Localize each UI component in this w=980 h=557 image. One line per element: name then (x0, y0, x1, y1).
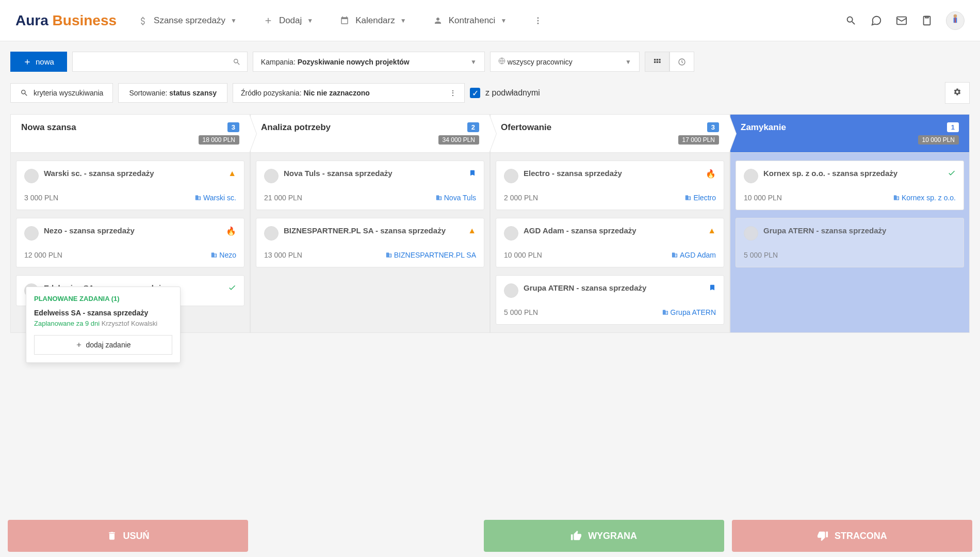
user-avatar[interactable] (946, 11, 965, 30)
task-popup: PLANOWANE ZADANIA (1) Edelweiss SA - sza… (26, 287, 181, 333)
opportunity-card[interactable]: Grupa ATERN - szansa sprzedaży 5 000 PLN… (496, 275, 724, 325)
opportunity-card[interactable]: Warski sc. - szansa sprzedaży ▲ 3 000 PL… (16, 161, 244, 210)
card-company-link[interactable]: Nezo (211, 251, 236, 259)
chevron-down-icon: ▼ (307, 17, 313, 24)
opportunity-card[interactable]: AGD Adam - szansa sprzedaży ▲ 10 000 PLN… (496, 218, 724, 267)
column-header[interactable]: Ofertowanie 3 17 000 PLN (491, 115, 729, 153)
source-value: Nic nie zaznaczono (303, 89, 369, 97)
popup-header: PLANOWANE ZADANIA (1) (34, 295, 172, 303)
nav-sales[interactable]: Szanse sprzedaży ▼ (137, 15, 237, 26)
more-vertical-icon: ⋮ (449, 89, 456, 97)
nav-more[interactable] (532, 15, 544, 26)
criteria-button[interactable]: kryteria wyszukiwania (10, 83, 113, 103)
card-amount: 5 000 PLN (744, 251, 778, 259)
popup-planned-text: Zaplanowane za 9 dni (34, 320, 100, 327)
criteria-label: kryteria wyszukiwania (34, 89, 103, 97)
column-badges: 3 18 000 PLN (199, 122, 239, 145)
fire-icon: 🔥 (226, 226, 236, 236)
card-title: BIZNESPARTNER.PL SA - szansa sprzedaży (284, 226, 463, 235)
nav-bar: Szanse sprzedaży ▼ Dodaj ▼ Kalendarz ▼ K… (137, 15, 845, 26)
chevron-down-icon: ▼ (231, 17, 237, 24)
toolbar-secondary: kryteria wyszukiwania Sortowanie: status… (0, 82, 980, 114)
svg-point-0 (537, 17, 539, 19)
check-icon (228, 283, 236, 294)
column-title: Analiza potrzeby (261, 122, 331, 133)
svg-rect-13 (657, 61, 658, 62)
new-button[interactable]: nowa (10, 52, 67, 72)
opportunity-card[interactable]: Nova Tuls - szansa sprzedaży 21 000 PLN … (256, 161, 484, 210)
svg-point-1 (537, 20, 539, 21)
svg-rect-12 (654, 61, 656, 62)
source-dropdown[interactable]: Źródło pozyskania: Nic nie zaznaczono ⋮ (233, 83, 465, 103)
card-company-link[interactable]: BIZNESPARTNER.PL SA (386, 251, 476, 259)
card-title: AGD Adam - szansa sprzedaży (524, 226, 703, 235)
svg-rect-14 (659, 61, 660, 62)
sort-value: status szansy (169, 89, 217, 97)
column-badges: 3 17 000 PLN (678, 122, 719, 145)
search-input-box[interactable] (72, 52, 248, 72)
popup-task-title: Edelweiss SA - szansa sprzedaży (34, 309, 172, 317)
card-company-link[interactable]: Kornex sp. z o.o. (893, 194, 956, 202)
search-icon[interactable] (845, 14, 857, 27)
nav-calendar[interactable]: Kalendarz ▼ (339, 15, 406, 26)
popup-user: Krzysztof Kowalski (102, 320, 157, 327)
column-header[interactable]: Analiza potrzeby 2 34 000 PLN (251, 115, 489, 153)
nav-add-label: Dodaj (279, 15, 302, 26)
column-title: Ofertowanie (501, 122, 551, 133)
timeline-view-button[interactable] (669, 52, 694, 72)
employees-dropdown[interactable]: wszyscy pracownicy ▼ (490, 52, 640, 72)
card-title: Grupa ATERN - szansa sprzedaży (524, 283, 704, 292)
nav-add[interactable]: Dodaj ▼ (263, 15, 313, 26)
nav-contractors[interactable]: Kontrahenci ▼ (432, 15, 507, 26)
card-company-link[interactable]: Warski sc. (195, 194, 236, 202)
card-company-link[interactable]: Electro (685, 194, 716, 202)
card-avatar (24, 169, 39, 183)
main-header: Aura Business Szanse sprzedaży ▼ Dodaj ▼… (0, 0, 980, 41)
svg-rect-10 (657, 59, 658, 60)
card-title: Nezo - szansa sprzedaży (44, 226, 221, 235)
subordinates-label: z podwładnymi (485, 88, 540, 98)
column-badges: 2 34 000 PLN (438, 122, 479, 145)
campaign-label: Kampania: (261, 58, 296, 66)
warning-icon: ▲ (708, 226, 716, 235)
opportunity-card[interactable]: Kornex sp. z o.o. - szansa sprzedaży 10 … (736, 161, 964, 210)
settings-button[interactable] (945, 82, 970, 104)
column-cards: Electro - szansa sprzedaży 🔥 2 000 PLN E… (491, 153, 729, 332)
plus-icon (23, 58, 31, 66)
nav-calendar-label: Kalendarz (355, 15, 395, 26)
logo-text-1: Aura (15, 12, 48, 28)
column-count-badge: 3 (707, 122, 719, 132)
column-amount-badge: 18 000 PLN (199, 135, 239, 145)
card-amount: 21 000 PLN (264, 194, 302, 202)
column-amount-badge: 34 000 PLN (438, 135, 479, 145)
column-title: Zamykanie (741, 122, 786, 133)
card-avatar (24, 226, 39, 241)
column-header[interactable]: Zamykanie 1 10 000 PLN (730, 115, 969, 153)
card-company-link[interactable]: Grupa ATERN (662, 308, 716, 316)
subordinates-checkbox-row[interactable]: ✓ z podwładnymi (470, 88, 540, 98)
card-title: Kornex sp. z o.o. - szansa sprzedaży (763, 169, 942, 178)
sort-dropdown[interactable]: Sortowanie: status szansy (118, 83, 227, 103)
column-header[interactable]: Nowa szansa 3 18 000 PLN (11, 115, 250, 153)
column-count-badge: 1 (947, 122, 959, 132)
column-amount-badge: 17 000 PLN (678, 135, 719, 145)
person-icon (432, 15, 444, 26)
chat-icon[interactable] (870, 14, 883, 27)
kanban-view-button[interactable] (645, 52, 669, 72)
opportunity-card[interactable]: BIZNESPARTNER.PL SA - szansa sprzedaży ▲… (256, 218, 484, 267)
column-badges: 1 10 000 PLN (918, 122, 959, 145)
app-logo: Aura Business (15, 12, 117, 29)
column-count-badge: 2 (467, 122, 479, 132)
card-company-link[interactable]: AGD Adam (672, 251, 716, 259)
campaign-dropdown[interactable]: Kampania: Pozyskiwanie nowych projektów … (253, 52, 485, 72)
card-company-link[interactable]: Nova Tuls (436, 194, 476, 202)
mail-icon[interactable] (895, 14, 908, 27)
opportunity-card[interactable]: Nezo - szansa sprzedaży 🔥 12 000 PLN Nez… (16, 218, 244, 267)
opportunity-card[interactable]: Grupa ATERN - szansa sprzedaży 5 000 PLN (736, 218, 964, 267)
search-input[interactable] (79, 58, 228, 66)
clipboard-icon[interactable] (921, 14, 933, 27)
opportunity-card[interactable]: Electro - szansa sprzedaży 🔥 2 000 PLN E… (496, 161, 724, 210)
view-toggle (645, 52, 694, 72)
chevron-down-icon: ▼ (470, 58, 477, 66)
column-cards: Nova Tuls - szansa sprzedaży 21 000 PLN … (251, 153, 489, 275)
